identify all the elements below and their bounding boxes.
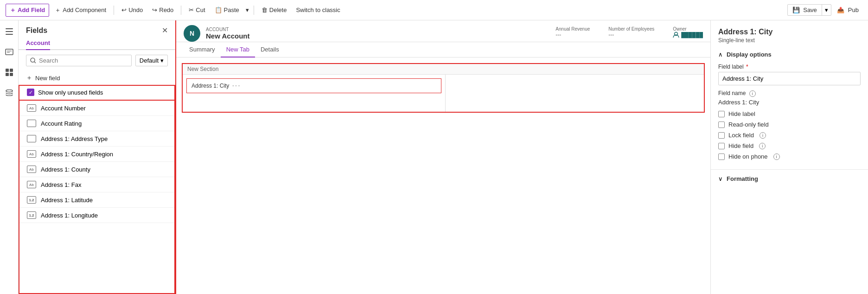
rp-formatting-title: Formatting xyxy=(727,175,758,182)
header-field-revenue: Annual Revenue --- xyxy=(555,26,590,38)
hide-label-row[interactable]: Hide label xyxy=(718,110,861,117)
lock-field-checkbox[interactable] xyxy=(718,132,725,139)
header-fields: Annual Revenue --- Number of Employees -… xyxy=(555,26,703,41)
fields-panel-header: Fields ✕ xyxy=(19,20,175,37)
rp-title: Address 1: City xyxy=(718,28,861,36)
publish-icon: 📤 xyxy=(837,6,844,13)
svg-rect-1 xyxy=(6,31,13,32)
unused-fields-row[interactable]: Show only unused fields xyxy=(19,85,175,101)
hide-field-row[interactable]: Hide field i xyxy=(718,142,861,149)
list-item[interactable]: Address 1: Address Type xyxy=(19,131,174,147)
list-item[interactable]: 1.2 Address 1: Latitude xyxy=(19,192,174,208)
save-dropdown-button[interactable]: ▾ xyxy=(822,5,831,15)
cut-icon: ✂ xyxy=(189,6,194,13)
field-slot-city[interactable]: Address 1: City ··· xyxy=(186,78,441,93)
svg-rect-0 xyxy=(6,28,13,29)
rp-field-name-value: Address 1: City xyxy=(718,99,861,106)
tab-details[interactable]: Details xyxy=(255,42,285,58)
rp-title-bar: Address 1: City Single-line text xyxy=(711,20,868,45)
add-field-button[interactable]: ＋ Add Field xyxy=(6,4,49,17)
field-name-info-icon[interactable]: i xyxy=(749,90,756,97)
list-item[interactable]: Ab Address 1: Fax xyxy=(19,177,174,192)
text-icon-button[interactable] xyxy=(2,45,17,59)
rp-field-name-label: Field name i xyxy=(718,90,861,97)
text-field-icon: Ab xyxy=(27,104,36,112)
fields-search-row: Default ▾ xyxy=(19,50,175,71)
unused-checkbox[interactable] xyxy=(27,89,34,96)
list-item[interactable]: Ab Account Number xyxy=(19,101,174,116)
section-body: Address 1: City ··· xyxy=(183,75,704,112)
fields-panel-close[interactable]: ✕ xyxy=(162,26,168,35)
menu-icon-button[interactable] xyxy=(2,24,17,39)
plus-icon: ＋ xyxy=(10,6,16,14)
svg-rect-7 xyxy=(10,69,13,72)
save-icon: 💾 xyxy=(792,6,800,13)
rp-subtitle: Single-line text xyxy=(718,37,861,44)
section-col-right xyxy=(445,75,704,112)
right-panel: Address 1: City Single-line text ∧ Displ… xyxy=(710,20,868,294)
hide-phone-row[interactable]: Hide on phone i xyxy=(718,153,861,160)
hide-phone-checkbox[interactable] xyxy=(718,153,725,160)
paste-icon: 📋 xyxy=(215,6,222,13)
form-content: New Section Address 1: City ··· xyxy=(176,58,710,118)
redo-button[interactable]: ↪ Redo xyxy=(148,5,177,15)
list-item[interactable]: 1.2 Address 1: Longitude xyxy=(19,208,174,223)
search-box xyxy=(26,55,132,66)
section-col-left: Address 1: City ··· xyxy=(183,75,445,112)
save-button[interactable]: 💾 Save xyxy=(788,5,822,15)
rect-field-icon-2 xyxy=(27,135,36,142)
text-field-icon-2: Ab xyxy=(27,150,36,158)
hide-field-checkbox[interactable] xyxy=(718,143,725,149)
divider-1 xyxy=(114,6,114,15)
hide-label-checkbox[interactable] xyxy=(718,111,725,117)
svg-rect-8 xyxy=(6,73,9,76)
tab-new[interactable]: New Tab xyxy=(221,42,255,58)
fields-list: Ab Account Number Account Rating Address… xyxy=(19,101,175,294)
grid-icon-button[interactable] xyxy=(2,65,17,80)
publish-button[interactable]: 📤 Pub xyxy=(833,5,862,15)
lock-field-row[interactable]: Lock field i xyxy=(718,132,861,139)
toolbar-right: 💾 Save ▾ 📤 Pub xyxy=(787,4,862,16)
chevron-down-icon-2: ▾ xyxy=(825,6,828,13)
lock-field-info-icon[interactable]: i xyxy=(760,132,766,139)
tab-summary[interactable]: Summary xyxy=(184,42,221,58)
side-icons xyxy=(0,20,19,294)
svg-rect-6 xyxy=(6,69,9,72)
rp-formatting-header[interactable]: ∨ Formatting xyxy=(718,175,861,182)
delete-button[interactable]: 🗑 Delete xyxy=(258,5,291,15)
plus-icon-2: ＋ xyxy=(55,6,61,14)
field-label-input[interactable] xyxy=(718,72,861,85)
layers-icon-button[interactable] xyxy=(2,85,17,100)
switch-classic-button[interactable]: Switch to classic xyxy=(292,5,344,15)
add-component-button[interactable]: ＋ Add Component xyxy=(51,4,110,16)
delete-icon: 🗑 xyxy=(262,6,268,13)
text-field-icon-4: Ab xyxy=(27,181,36,188)
default-dropdown[interactable]: Default ▾ xyxy=(135,55,168,66)
list-item[interactable]: Ab Address 1: County xyxy=(19,162,174,177)
fields-panel: Fields ✕ Account Default ▾ ＋ New field S… xyxy=(19,20,176,294)
rp-display-options-header[interactable]: ∧ Display options xyxy=(718,51,861,58)
account-info: ACCOUNT New Account xyxy=(206,27,550,40)
svg-rect-9 xyxy=(10,73,13,76)
hide-field-info-icon[interactable]: i xyxy=(759,143,766,149)
hide-phone-info-icon[interactable]: i xyxy=(773,153,780,160)
svg-point-11 xyxy=(31,58,35,62)
fields-tab-account[interactable]: Account xyxy=(26,37,50,50)
rect-field-icon xyxy=(27,120,36,127)
num-field-icon: 1.2 xyxy=(27,196,36,204)
fields-panel-title: Fields xyxy=(26,26,47,35)
read-only-row[interactable]: Read-only field xyxy=(718,121,861,128)
undo-icon: ↩ xyxy=(121,6,127,13)
cut-button[interactable]: ✂ Cut xyxy=(185,5,209,15)
list-item[interactable]: Ab Address 1: Country/Region xyxy=(19,147,174,162)
rp-display-options-title: Display options xyxy=(727,51,772,58)
new-field-button[interactable]: ＋ New field xyxy=(19,71,175,85)
paste-dropdown-button[interactable]: ▾ xyxy=(245,5,250,15)
canvas-area: N ACCOUNT New Account Annual Revenue ---… xyxy=(176,20,710,294)
search-input[interactable] xyxy=(39,57,128,64)
list-item[interactable]: Account Rating xyxy=(19,116,174,131)
undo-button[interactable]: ↩ Undo xyxy=(118,5,147,15)
main-area: Fields ✕ Account Default ▾ ＋ New field S… xyxy=(0,20,868,294)
read-only-checkbox[interactable] xyxy=(718,121,725,128)
paste-button[interactable]: 📋 Paste xyxy=(211,5,243,15)
